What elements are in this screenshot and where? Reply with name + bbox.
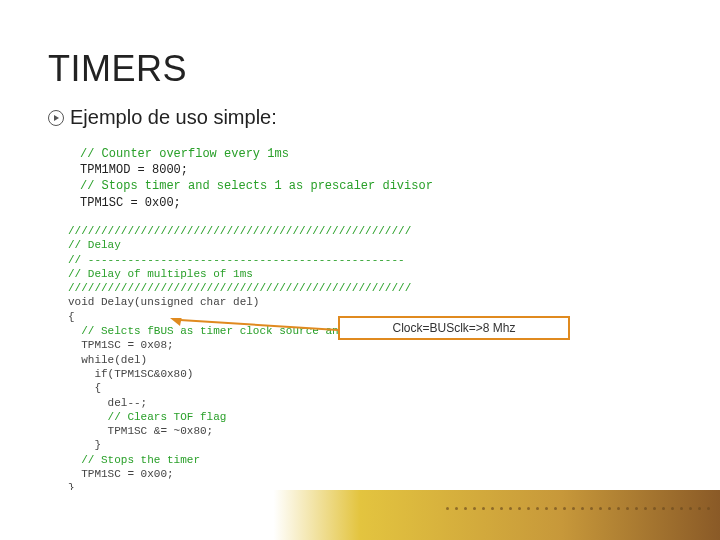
play-bullet-icon [48,110,64,126]
subtitle-row: Ejemplo de uso simple: [48,106,277,129]
code-block-delay: ////////////////////////////////////////… [60,218,565,476]
callout-annotation: Clock=BUSclk=>8 Mhz [338,316,570,340]
page-title: TIMERS [48,48,187,90]
slide: TIMERS Ejemplo de uso simple: // Counter… [0,0,720,540]
footer-dots [410,470,710,510]
subtitle: Ejemplo de uso simple: [70,106,277,129]
code-block-init: // Counter overflow every 1ms TPM1MOD = … [72,140,542,217]
callout-text: Clock=BUSclk=>8 Mhz [392,321,515,335]
